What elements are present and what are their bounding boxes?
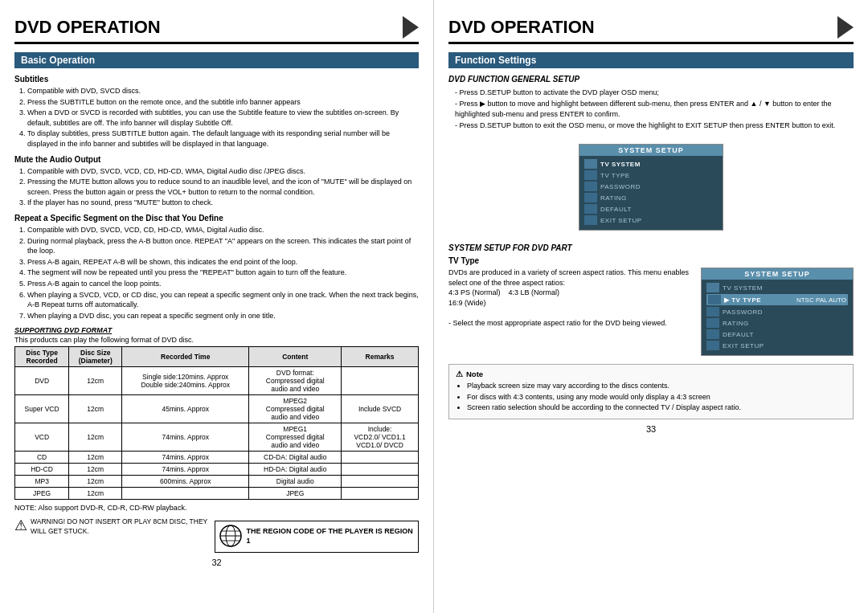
region-note: THE REGION CODE OF THE PLAYER IS REGION … bbox=[215, 521, 420, 553]
list-item: To display subtitles, press SUBTITLE but… bbox=[27, 129, 419, 149]
cell-content: HD-DA: Digital audio bbox=[249, 464, 342, 476]
setup-row-label: ▶ TV TYPE bbox=[724, 296, 790, 304]
setup-row-label: EXIT SETUP bbox=[723, 342, 848, 349]
left-title-text: DVD OPERATION bbox=[14, 17, 161, 38]
table-row: CD 12cm 74mins. Approx CD-DA: Digital au… bbox=[15, 452, 419, 464]
cell-disc-size: 12cm bbox=[69, 367, 122, 395]
table-row: MP3 12cm 600mins. Approx Digital audio bbox=[15, 476, 419, 488]
setup-row-label: EXIT SETUP bbox=[600, 217, 718, 224]
col-recorded-time: Recorded Time bbox=[122, 347, 249, 367]
note-box-list: Playback screen size may vary according … bbox=[456, 381, 846, 413]
warning-triangle-icon: ⚠ bbox=[14, 518, 27, 533]
note-bottom-text: NOTE: Also support DVD-R, CD-R, CD-RW pl… bbox=[14, 503, 419, 513]
col-content: Content bbox=[249, 347, 342, 367]
setup-box-2-content: TV SYSTEM ▶ TV TYPE NTSC PAL AUTO PASSWO… bbox=[702, 280, 853, 355]
setup-box-1-container: SYSTEM SETUP TV SYSTEM TV TYPE PASSWORD … bbox=[448, 137, 854, 237]
cell-disc-type: Super VCD bbox=[15, 395, 69, 423]
list-item: Press A-B again, REPEAT A-B will be show… bbox=[27, 257, 419, 268]
region-text: THE REGION CODE OF THE PLAYER IS REGION … bbox=[247, 527, 415, 546]
cell-remarks bbox=[342, 452, 419, 464]
cell-remarks bbox=[342, 464, 419, 476]
list-item: Compatible with DVD, SVCD discs. bbox=[27, 86, 419, 96]
cell-disc-type: VCD bbox=[15, 423, 69, 452]
setup-icon bbox=[706, 318, 719, 328]
cell-remarks: Include:VCD2.0/ VCD1.1VCD1.0/ DVCD bbox=[342, 423, 419, 452]
setup-row: RATING bbox=[584, 193, 718, 202]
cell-remarks bbox=[342, 476, 419, 488]
cell-disc-size: 12cm bbox=[69, 488, 122, 500]
cell-recorded-time: 45mins. Approx bbox=[122, 395, 249, 423]
setup-icon bbox=[584, 170, 597, 180]
cell-recorded-time: 74mins. Approx bbox=[122, 423, 249, 452]
dvd-function-steps: Press D.SETUP button to activate the DVD… bbox=[448, 88, 854, 131]
cell-content: MPEG1Compressed digitalaudio and video bbox=[249, 423, 342, 452]
col-disc-size: Disc Size(Diameter) bbox=[69, 347, 122, 367]
setup-box-1-content: TV SYSTEM TV TYPE PASSWORD RATING DEFAUL… bbox=[579, 156, 723, 230]
list-item: Press D.SETUP button to exit the OSD men… bbox=[455, 121, 854, 132]
cell-content: MPEG2Compressed digitalaudio and video bbox=[249, 395, 342, 423]
setup-row: DEFAULT bbox=[584, 204, 718, 214]
right-title: DVD OPERATION bbox=[448, 16, 854, 44]
setup-row: EXIT SETUP bbox=[706, 341, 848, 350]
cell-disc-size: 12cm bbox=[69, 476, 122, 488]
setup-row-label: DEFAULT bbox=[600, 206, 718, 213]
setup-box-2-container: SYSTEM SETUP TV SYSTEM ▶ TV TYPE NTSC PA… bbox=[701, 268, 854, 356]
repeat-list: Compatible with DVD, SVCD, VCD, CD, HD-C… bbox=[14, 225, 419, 321]
tv-type-text-col: DVDs are produced in a variety of screen… bbox=[448, 268, 693, 329]
setup-icon bbox=[584, 159, 597, 169]
setup-icon bbox=[708, 295, 721, 304]
setup-row-label: TV SYSTEM bbox=[600, 161, 718, 168]
system-setup-heading: SYSTEM SETUP FOR DVD PART bbox=[448, 243, 854, 252]
cell-content: CD-DA: Digital audio bbox=[249, 452, 342, 464]
globe-icon bbox=[219, 525, 242, 549]
setup-row: DEFAULT bbox=[706, 329, 848, 339]
table-row: DVD 12cm Single side:120mins. ApproxDoub… bbox=[15, 367, 419, 395]
setup-row-label: RATING bbox=[723, 320, 848, 327]
tv-type-heading: TV Type bbox=[448, 256, 854, 265]
note-box: ⚠ Note Playback screen size may vary acc… bbox=[448, 364, 854, 419]
dvd-format-table: Disc TypeRecorded Disc Size(Diameter) Re… bbox=[14, 346, 419, 500]
setup-icon bbox=[706, 341, 719, 350]
title-arrow-icon-right bbox=[837, 16, 854, 39]
cell-disc-type: HD-CD bbox=[15, 464, 69, 476]
setup-row-label: PASSWORD bbox=[723, 309, 848, 316]
list-item: Screen ratio selection should be accordi… bbox=[467, 403, 846, 413]
cell-disc-size: 12cm bbox=[69, 423, 122, 452]
list-item: Pressing the MUTE button allows you to r… bbox=[27, 177, 419, 197]
cell-remarks bbox=[342, 367, 419, 395]
setup-icon bbox=[584, 204, 597, 214]
left-page: DVD OPERATION Basic Operation Subtitles … bbox=[0, 0, 434, 613]
tv-type-body: DVDs are produced in a variety of screen… bbox=[448, 268, 693, 329]
cell-content: Digital audio bbox=[249, 476, 342, 488]
cell-recorded-time bbox=[122, 488, 249, 500]
setup-box-1: SYSTEM SETUP TV SYSTEM TV TYPE PASSWORD … bbox=[579, 144, 723, 231]
list-item: Press the SUBTITLE button on the remote … bbox=[27, 97, 419, 108]
warning-icon: ⚠ bbox=[456, 370, 463, 378]
left-title: DVD OPERATION bbox=[14, 16, 419, 44]
table-row: VCD 12cm 74mins. Approx MPEG1Compressed … bbox=[15, 423, 419, 452]
list-item: Press D.SETUP button to activate the DVD… bbox=[455, 88, 854, 99]
warning-section: ⚠ WARNING! DO NOT INSERT OR PLAY 8CM DIS… bbox=[14, 517, 210, 537]
setup-box-2: SYSTEM SETUP TV SYSTEM ▶ TV TYPE NTSC PA… bbox=[701, 268, 854, 356]
supporting-dvd-section: SUPPORTING DVD FORMAT This products can … bbox=[14, 326, 419, 500]
cell-content: JPEG bbox=[249, 488, 342, 500]
list-item: When a DVD or SVCD is recorded with subt… bbox=[27, 108, 419, 128]
repeat-heading: Repeat a Specific Segment on the Disc th… bbox=[14, 214, 419, 223]
mute-heading: Mute the Audio Output bbox=[14, 155, 419, 164]
list-item: Compatible with DVD, SVCD, VCD, CD, HD-C… bbox=[27, 225, 419, 235]
setup-row-highlighted: ▶ TV TYPE NTSC PAL AUTO bbox=[706, 294, 848, 305]
mute-list: Compatible with DVD, SVCD, VCD, CD, HD-C… bbox=[14, 166, 419, 208]
col-disc-type: Disc TypeRecorded bbox=[15, 347, 69, 367]
setup-row-label: TV SYSTEM bbox=[723, 284, 848, 292]
setup-icon bbox=[584, 193, 597, 202]
cell-recorded-time: 74mins. Approx bbox=[122, 464, 249, 476]
dvd-function-heading: DVD FUNCTION GENERAL SETUP bbox=[448, 75, 854, 84]
basic-operation-header: Basic Operation bbox=[14, 52, 419, 68]
list-item: Playback screen size may vary according … bbox=[467, 381, 846, 391]
list-item: When playing a SVCD, VCD, or CD disc, yo… bbox=[27, 290, 419, 310]
setup-row-options: NTSC PAL AUTO bbox=[796, 296, 846, 304]
cell-recorded-time: Single side:120mins. ApproxDouble side:2… bbox=[122, 367, 249, 395]
subtitles-list: Compatible with DVD, SVCD discs. Press t… bbox=[14, 86, 419, 149]
list-item: When playing a DVD disc, you can repeat … bbox=[27, 311, 419, 321]
right-page-number: 33 bbox=[448, 424, 854, 434]
